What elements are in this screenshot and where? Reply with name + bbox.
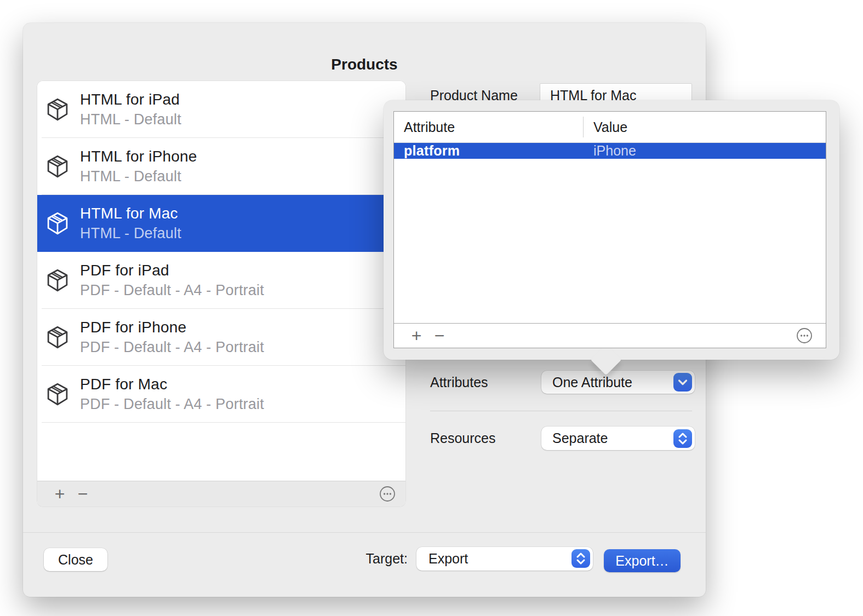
product-title: HTML for iPad: [80, 92, 181, 107]
close-button[interactable]: Close: [44, 548, 107, 571]
product-subtitle: PDF - Default - A4 - Portrait: [80, 397, 264, 412]
remove-attribute-button[interactable]: −: [428, 325, 451, 347]
product-title: PDF for iPhone: [80, 320, 264, 335]
attribute-table-row[interactable]: platform iPhone: [394, 143, 826, 159]
target-dropdown-value: Export: [428, 551, 468, 566]
resources-dropdown-value: Separate: [552, 430, 608, 446]
product-title: HTML for iPhone: [80, 149, 197, 164]
product-list-item[interactable]: PDF for iPhone PDF - Default - A4 - Port…: [37, 309, 405, 366]
product-title: PDF for Mac: [80, 377, 264, 392]
products-list-toolbar: + −: [37, 481, 405, 506]
attributes-dropdown[interactable]: One Attribute: [541, 371, 695, 394]
product-list-item[interactable]: PDF for Mac PDF - Default - A4 - Portrai…: [37, 366, 405, 423]
products-list-body: HTML for iPad HTML - Default HTML for iP…: [37, 81, 405, 481]
up-down-chevrons-icon: [571, 549, 590, 568]
product-subtitle: HTML - Default: [80, 169, 197, 184]
product-subtitle: HTML - Default: [80, 226, 181, 241]
export-products-screen: Products HTML for iPad HTML - Default HT…: [0, 0, 863, 616]
shippingbox-icon: [45, 325, 70, 350]
attribute-cell: platform: [394, 143, 583, 159]
more-options-icon[interactable]: [379, 486, 396, 502]
product-list-item[interactable]: HTML for iPhone HTML - Default: [37, 138, 405, 195]
attributes-label: Attributes: [430, 371, 488, 394]
shippingbox-icon: [45, 211, 70, 236]
product-list-item[interactable]: HTML for iPad HTML - Default: [37, 81, 405, 138]
shippingbox-icon: [45, 382, 70, 407]
product-list-item[interactable]: HTML for Mac HTML - Default: [37, 195, 405, 252]
attributes-popover: Attribute Value platform iPhone + −: [384, 100, 839, 360]
export-button[interactable]: Export…: [604, 549, 681, 572]
product-title: PDF for iPad: [80, 263, 264, 278]
product-subtitle: HTML - Default: [80, 112, 181, 127]
resources-label: Resources: [430, 427, 496, 450]
shippingbox-icon: [45, 268, 70, 293]
dialog-title: Products: [23, 56, 706, 73]
shippingbox-icon: [45, 154, 70, 179]
product-list-item[interactable]: PDF for iPad PDF - Default - A4 - Portra…: [37, 252, 405, 309]
attributes-table: Attribute Value platform iPhone + −: [393, 111, 826, 348]
attributes-dropdown-value: One Attribute: [552, 375, 632, 390]
value-column-header: Value: [583, 119, 627, 135]
add-product-button[interactable]: +: [48, 483, 71, 505]
attributes-table-rows: platform iPhone: [394, 143, 826, 159]
add-attribute-button[interactable]: +: [405, 325, 428, 347]
attribute-column-header: Attribute: [394, 119, 583, 135]
remove-product-button[interactable]: −: [71, 483, 94, 505]
resources-dropdown[interactable]: Separate: [541, 427, 695, 450]
target-dropdown[interactable]: Export: [416, 547, 593, 571]
target-label: Target:: [330, 547, 408, 571]
bottom-bar-separator: [23, 532, 706, 533]
product-title: HTML for Mac: [80, 206, 181, 221]
product-subtitle: PDF - Default - A4 - Portrait: [80, 340, 264, 355]
products-list: HTML for iPad HTML - Default HTML for iP…: [37, 81, 405, 506]
up-down-chevrons-icon: [673, 429, 692, 448]
product-subtitle: PDF - Default - A4 - Portrait: [80, 283, 264, 298]
attributes-table-toolbar: + −: [394, 323, 826, 348]
column-divider: [583, 117, 584, 137]
chevron-down-icon: [673, 373, 692, 392]
attributes-table-empty-area: [394, 159, 826, 323]
value-cell: iPhone: [583, 143, 636, 159]
attributes-table-header: Attribute Value: [394, 112, 826, 143]
detail-separator: [430, 411, 692, 411]
shippingbox-icon: [45, 97, 70, 122]
more-options-icon[interactable]: [796, 327, 813, 344]
